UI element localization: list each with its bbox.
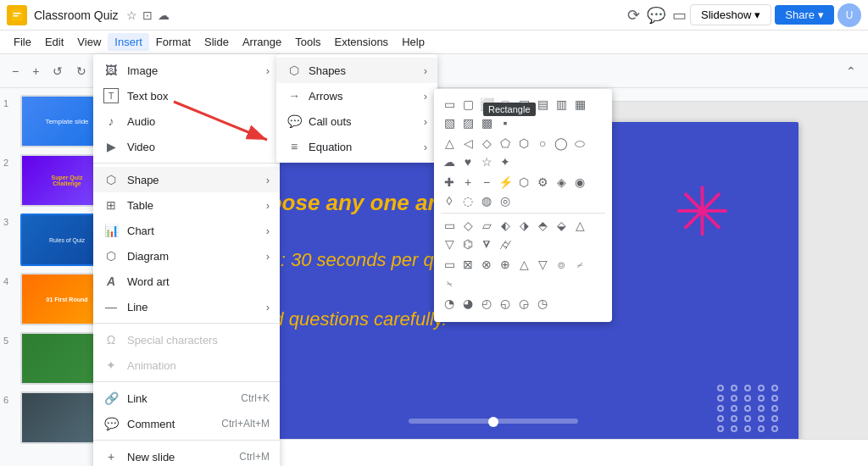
menu-item-comment[interactable]: 💬 Comment Ctrl+Alt+M — [93, 411, 280, 436]
share-button[interactable]: Share ▾ — [775, 5, 834, 25]
shape-rect6[interactable]: ▥ — [553, 96, 570, 113]
shape-lightning[interactable]: ⚡ — [497, 174, 514, 191]
menu-slide[interactable]: Slide — [198, 33, 236, 51]
cloud-icon[interactable]: ☁ — [158, 8, 170, 22]
shape-gear[interactable]: ⚙ — [534, 174, 551, 191]
shape-pentagon[interactable]: ⬠ — [497, 135, 514, 152]
shape-triangle[interactable]: △ — [441, 135, 458, 152]
shape-hexagon[interactable]: ⬡ — [515, 135, 532, 152]
menu-tools[interactable]: Tools — [288, 33, 327, 51]
shape-flow1[interactable]: ▭ — [441, 217, 458, 234]
shape-flow20[interactable]: ⌿ — [571, 256, 588, 273]
shape-rect10[interactable]: ▩ — [478, 114, 495, 131]
shape-circle[interactable]: ○ — [534, 135, 551, 152]
shape-flow6[interactable]: ⬘ — [534, 217, 551, 234]
shape-flow10[interactable]: ⌬ — [459, 236, 476, 252]
shape-flow21[interactable]: ⍀ — [441, 275, 458, 291]
menu-item-video[interactable]: ▶ Video — [93, 134, 280, 159]
shape-octagon[interactable]: ⬡ — [515, 174, 532, 191]
shape-rectangle[interactable]: ▭ — [441, 96, 458, 113]
comments-icon[interactable]: 💬 — [647, 6, 665, 25]
menu-insert[interactable]: Insert — [108, 33, 149, 51]
slideshow-button[interactable]: Slideshow ▾ — [690, 4, 771, 25]
shape-cross[interactable]: ✚ — [441, 174, 458, 191]
shape-flow4[interactable]: ⬖ — [497, 217, 514, 234]
shape-flow18[interactable]: ▽ — [534, 256, 551, 273]
shape-misc14[interactable]: ◶ — [515, 295, 532, 312]
shape-flow5[interactable]: ⬗ — [515, 217, 532, 234]
menu-item-audio[interactable]: ♪ Audio — [93, 108, 280, 134]
shape-minus[interactable]: − — [478, 174, 495, 191]
shape-misc12[interactable]: ◴ — [478, 295, 495, 312]
shape-rect7[interactable]: ▦ — [571, 96, 588, 113]
shape-star6[interactable]: ✦ — [497, 153, 514, 170]
redo-button[interactable]: ↻ — [71, 61, 92, 81]
shape-flow11[interactable]: ⛛ — [478, 236, 495, 252]
shape-flow17[interactable]: △ — [515, 256, 532, 273]
menu-file[interactable]: File — [7, 33, 38, 51]
shape-misc15[interactable]: ◷ — [534, 295, 551, 312]
folder-icon[interactable]: ⊡ — [142, 8, 153, 22]
shape-misc1[interactable]: ◈ — [553, 174, 570, 191]
shape-diamond[interactable]: ◇ — [478, 135, 495, 152]
shape-rect5[interactable]: ▤ — [534, 96, 551, 113]
avatar[interactable]: U — [837, 3, 861, 27]
shape-misc5[interactable]: ◍ — [478, 192, 495, 209]
shape-flow12[interactable]: ⌭ — [497, 236, 514, 252]
shape-misc6[interactable]: ◎ — [497, 192, 514, 209]
menu-item-new-slide[interactable]: + New slide Ctrl+M — [93, 444, 280, 466]
shape-rect11[interactable]: ▪ — [497, 114, 514, 131]
shape-oval[interactable]: ⬭ — [571, 135, 588, 152]
zoom-fit-button[interactable]: + — [27, 61, 44, 81]
shape-flow16[interactable]: ⊕ — [497, 256, 514, 273]
menu-help[interactable]: Help — [395, 33, 431, 51]
menu-item-table[interactable]: ⊞ Table › — [93, 192, 280, 218]
shape-misc2[interactable]: ◉ — [571, 174, 588, 191]
shape-flow2[interactable]: ◇ — [459, 217, 476, 234]
shape-misc4[interactable]: ◌ — [459, 192, 476, 209]
menu-item-textbox[interactable]: T Text box — [93, 83, 280, 108]
menu-item-shape[interactable]: ⬡ Shape › — [93, 167, 280, 192]
shape-rtriangle[interactable]: ◁ — [459, 135, 476, 152]
shape-flow8[interactable]: △ — [571, 217, 588, 234]
menu-item-wordart[interactable]: A Word art — [93, 269, 280, 294]
shape-misc13[interactable]: ◵ — [497, 295, 514, 312]
shape-flow7[interactable]: ⬙ — [553, 217, 570, 234]
shapes-item-equation[interactable]: ≡ Equation › — [276, 134, 437, 159]
shape-star5[interactable]: ☆ — [478, 153, 495, 170]
menu-item-chart[interactable]: 📊 Chart › — [93, 218, 280, 243]
shape-misc10[interactable]: ◔ — [441, 295, 458, 312]
menu-view[interactable]: View — [70, 33, 108, 51]
menu-arrange[interactable]: Arrange — [236, 33, 288, 51]
menu-edit[interactable]: Edit — [38, 33, 70, 51]
shape-rect9[interactable]: ▨ — [459, 114, 476, 131]
shape-plus[interactable]: + — [459, 174, 476, 191]
star-icon[interactable]: ☆ — [126, 8, 137, 22]
menu-item-diagram[interactable]: ⬡ Diagram › — [93, 243, 280, 269]
shape-rect8[interactable]: ▧ — [441, 114, 458, 131]
shape-flow9[interactable]: ▽ — [441, 236, 458, 252]
menu-item-line[interactable]: — Line › — [93, 294, 280, 319]
shape-flow15[interactable]: ⊗ — [478, 256, 495, 273]
shape-flow14[interactable]: ⊠ — [459, 256, 476, 273]
shape-ellipse[interactable]: ◯ — [553, 135, 570, 152]
shapes-item-shapes[interactable]: ⬡ Shapes › — [276, 58, 437, 83]
menu-item-link[interactable]: 🔗 Link Ctrl+K — [93, 386, 280, 411]
menu-extensions[interactable]: Extensions — [328, 33, 396, 51]
shape-flow19[interactable]: ⌾ — [553, 256, 570, 273]
history-icon[interactable]: ⟳ — [627, 6, 640, 25]
shapes-item-arrows[interactable]: → Arrows › — [276, 83, 437, 108]
zoom-out-button[interactable]: − — [7, 61, 24, 81]
shape-rounded-rect[interactable]: ▢ — [459, 96, 476, 113]
shape-heart[interactable]: ♥ — [459, 153, 476, 170]
menu-item-image[interactable]: 🖼 Image › — [93, 58, 280, 83]
shape-misc3[interactable]: ◊ — [441, 192, 458, 209]
shape-flow13[interactable]: ▭ — [441, 256, 458, 273]
shape-cloud[interactable]: ☁ — [441, 153, 458, 170]
undo-button[interactable]: ↺ — [47, 61, 68, 81]
shapes-item-callouts[interactable]: 💬 Call outs › — [276, 108, 437, 134]
shape-misc11[interactable]: ◕ — [459, 295, 476, 312]
shape-flow3[interactable]: ▱ — [478, 217, 495, 234]
menu-format[interactable]: Format — [149, 33, 198, 51]
collapse-toolbar-button[interactable]: ⌃ — [841, 61, 861, 81]
